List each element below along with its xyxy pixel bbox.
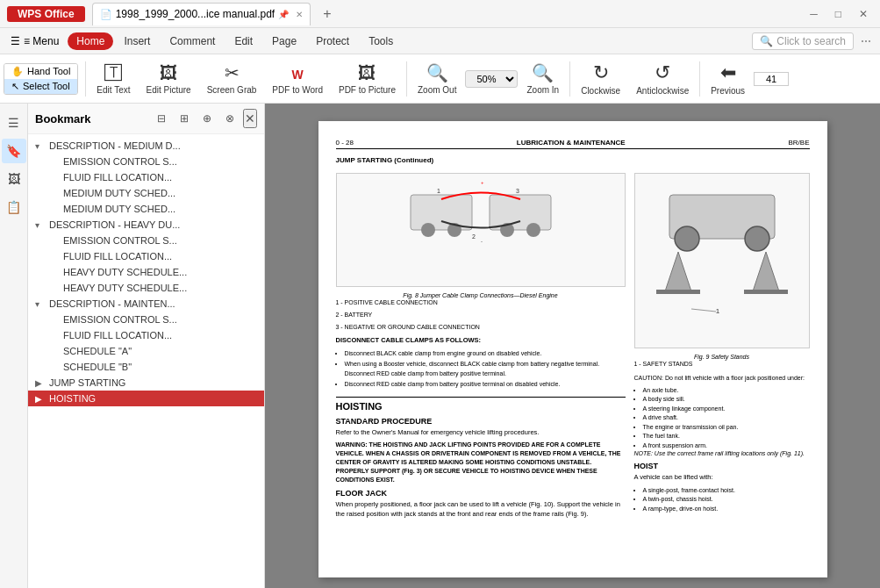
svg-rect-14 (656, 290, 700, 294)
menu-edit[interactable]: Edit (225, 32, 261, 50)
sidebar-item-emission-2[interactable]: EMISSION CONTROL S... (28, 233, 264, 248)
sidebar-item-jump-starting[interactable]: ▶ JUMP STARTING (28, 375, 264, 391)
hoist-item-1: A single-post, frame-contact hoist. (643, 486, 810, 496)
sidebar-item-desc-heavy[interactable]: ▾ DESCRIPTION - HEAVY DU... (28, 217, 264, 233)
sidebar-item-heavy-sched2[interactable]: HEAVY DUTY SCHEDULE... (28, 280, 264, 296)
caution-item-3: A steering linkage component. (643, 405, 810, 414)
caution-item-5: The engine or transmission oil pan. (643, 423, 810, 433)
select-tool-icon: ↖ (11, 81, 19, 92)
panel-icon-list[interactable]: ☰ (2, 111, 26, 135)
hand-tool-label: Hand Tool (27, 66, 70, 76)
bookmark-label: HOISTING (49, 393, 96, 404)
svg-rect-1 (490, 195, 551, 230)
panel-icon-pages[interactable]: 📋 (2, 195, 26, 219)
sidebar-item-medium-sched1[interactable]: MEDIUM DUTY SCHED... (28, 185, 264, 201)
fig8-label2: 2 - BATTERY (336, 311, 626, 319)
sidebar-item-schedule-a[interactable]: SCHEDULE "A" (28, 343, 264, 359)
sidebar-icon-add[interactable]: ⊕ (197, 109, 217, 128)
screen-grab-button[interactable]: ✂ Screen Grab (200, 57, 264, 101)
caution-item-1: An axle tube. (643, 386, 810, 396)
hoisting-heading: HOISTING (336, 397, 626, 412)
sidebar-item-desc-medium[interactable]: ▾ DESCRIPTION - MEDIUM D... (28, 138, 264, 154)
sidebar-icon-delete[interactable]: ⊗ (220, 109, 240, 128)
sidebar-close-button[interactable]: ✕ (243, 109, 257, 128)
sidebar-icon-collapse[interactable]: ⊟ (152, 109, 171, 128)
page-number-input[interactable] (754, 72, 789, 86)
sidebar-item-fluid-3[interactable]: FLUID FILL LOCATION... (28, 327, 264, 343)
sidebar-item-schedule-b[interactable]: SCHEDULE "B" (28, 359, 264, 375)
fig8-caption: Fig. 8 Jumper Cable Clamp Connections—Di… (336, 292, 626, 298)
document-tab[interactable]: 📄 1998_1999_2000...ice manual.pdf 📌 ✕ (92, 3, 311, 25)
zoom-in-icon: 🔍 (532, 62, 554, 83)
disconnect-steps: Disconnect BLACK cable clamp from engine… (345, 349, 626, 390)
page-header: 0 - 28 LUBRICATION & MAINTENANCE BR/BE (336, 139, 810, 149)
window-close[interactable]: ✕ (854, 8, 873, 20)
sidebar-icon-expand[interactable]: ⊞ (175, 109, 194, 128)
hand-select-group: ✋ Hand Tool ↖ Select Tool (4, 63, 78, 95)
window-maximize[interactable]: □ (830, 8, 847, 20)
sidebar-item-desc-maint[interactable]: ▾ DESCRIPTION - MAINTEN... (28, 296, 264, 312)
bookmark-label: DESCRIPTION - MAINTEN... (49, 298, 175, 309)
svg-point-5 (526, 223, 540, 237)
select-tool-button[interactable]: ↖ Select Tool (4, 79, 77, 94)
anticlockwise-button[interactable]: ↺ Anticlockwise (629, 57, 696, 101)
sidebar-item-fluid-2[interactable]: FLUID FILL LOCATION... (28, 248, 264, 264)
clockwise-button[interactable]: ↻ Clockwise (574, 57, 627, 101)
sidebar-item-medium-sched2[interactable]: MEDIUM DUTY SCHED... (28, 201, 264, 217)
more-options-button[interactable]: ⋯ (855, 32, 876, 50)
sidebar-item-emission-1[interactable]: EMISSION CONTROL S... (28, 154, 264, 169)
sidebar-item-hoisting[interactable]: ▶ HOISTING (28, 391, 264, 406)
edit-text-button[interactable]: 🅃 Edit Text (89, 57, 137, 101)
disconnect-heading: DISCONNECT CABLE CLAMPS AS FOLLOWS: (336, 336, 626, 346)
pdf-to-picture-button[interactable]: 🖼 PDF to Picture (332, 57, 403, 101)
screen-grab-label: Screen Grab (207, 85, 257, 95)
menu-comment[interactable]: Comment (161, 32, 224, 50)
add-tab-button[interactable]: + (318, 6, 336, 22)
disconnect-step-3: Disconnect RED cable clamp from battery … (345, 380, 626, 390)
svg-text:+: + (481, 180, 484, 185)
menu-tools[interactable]: Tools (360, 32, 402, 50)
menu-insert[interactable]: Insert (115, 32, 159, 50)
tab-close-button[interactable]: ✕ (296, 10, 303, 19)
zoom-in-button[interactable]: 🔍 Zoom In (519, 57, 566, 101)
sidebar-item-heavy-sched1[interactable]: HEAVY DUTY SCHEDULE... (28, 264, 264, 280)
pdf-to-word-button[interactable]: W PDF to Word (265, 57, 330, 101)
clockwise-icon: ↻ (593, 61, 609, 84)
menu-home[interactable]: Home (68, 32, 113, 50)
zoom-out-button[interactable]: 🔍 Zoom Out (411, 57, 463, 101)
menu-protect[interactable]: Protect (307, 32, 358, 50)
search-placeholder: Click to search (776, 35, 846, 47)
svg-point-2 (421, 223, 435, 237)
edit-text-icon: 🅃 (104, 63, 122, 83)
sidebar-item-emission-3[interactable]: EMISSION CONTROL S... (28, 312, 264, 327)
main-area: ☰ 🔖 🖼 📋 Bookmark ⊟ ⊞ ⊕ ⊗ ✕ ▾ DESCRIPTION… (0, 104, 880, 588)
bookmark-tree: ▾ DESCRIPTION - MEDIUM D... EMISSION CON… (28, 134, 264, 588)
disconnect-step-2: When using a Booster vehicle, disconnect… (345, 360, 626, 378)
doc-right-column: 1 Fig. 9 Safety Stands 1 - SAFETY STANDS… (634, 168, 810, 522)
wps-office-button[interactable]: WPS Office (7, 6, 85, 22)
hand-tool-button[interactable]: ✋ Hand Tool (4, 64, 77, 79)
caution-item-6: The fuel tank. (643, 432, 810, 441)
search-box[interactable]: 🔍 Click to search (752, 32, 854, 50)
menu-page[interactable]: Page (263, 32, 305, 50)
doc-content: 1 + 2 - 3 Fig. 8 Jumper Cable Clamp Conn… (336, 168, 810, 522)
disconnect-step-1: Disconnect BLACK cable clamp from engine… (345, 349, 626, 359)
svg-line-17 (691, 309, 716, 312)
bookmark-label: DESCRIPTION - HEAVY DU... (49, 219, 180, 230)
edit-picture-button[interactable]: 🖼 Edit Picture (140, 57, 198, 101)
window-minimize[interactable]: ─ (805, 8, 823, 20)
pdf-to-picture-label: PDF to Picture (339, 85, 396, 95)
zoom-select[interactable]: 50% 75% 100% 150% (465, 70, 518, 88)
panel-icon-image[interactable]: 🖼 (2, 167, 26, 191)
figure-8-box: 1 + 2 - 3 (336, 173, 626, 287)
sidebar: Bookmark ⊟ ⊞ ⊕ ⊗ ✕ ▾ DESCRIPTION - MEDIU… (28, 104, 265, 588)
menu-bar: ☰ ≡ Menu Home Insert Comment Edit Page P… (0, 28, 880, 54)
bookmark-label: EMISSION CONTROL S... (63, 314, 177, 325)
previous-button[interactable]: ⬅ Previous (704, 57, 752, 101)
hamburger-icon: ☰ (11, 35, 20, 47)
fig8-label1: 1 - POSITIVE CABLE CONNECTION (336, 298, 626, 307)
panel-icon-bookmark[interactable]: 🔖 (2, 139, 26, 163)
document-viewer[interactable]: 0 - 28 LUBRICATION & MAINTENANCE BR/BE J… (265, 104, 880, 588)
menu-hamburger[interactable]: ☰ ≡ Menu (4, 32, 66, 50)
sidebar-item-fluid-1[interactable]: FLUID FILL LOCATION... (28, 169, 264, 185)
